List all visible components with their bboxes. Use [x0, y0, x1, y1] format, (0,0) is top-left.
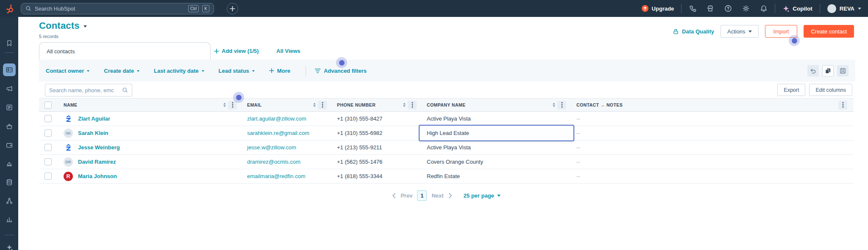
filter-last-activity-date[interactable]: Last activity date — [154, 68, 204, 74]
chevron-down-icon — [83, 25, 87, 27]
current-page-button[interactable]: 1 — [417, 190, 427, 201]
upgrade-button[interactable]: Upgrade — [641, 5, 674, 12]
create-contact-button[interactable]: Create contact — [804, 25, 854, 38]
sort-company-button[interactable] — [553, 103, 555, 107]
company-name: Covers Orange County — [427, 159, 483, 165]
user-account-menu[interactable]: REVA — [827, 4, 861, 13]
quick-add-button[interactable] — [227, 3, 238, 14]
automation-workflow-icon — [6, 197, 13, 205]
marketing-megaphone-icon — [6, 85, 13, 93]
table-row: R Maria Johnson emailmaria@redfin.com +1… — [39, 169, 854, 184]
contact-email-link[interactable]: sarahklein.re@gmail.com — [247, 130, 309, 136]
row-checkbox[interactable] — [45, 144, 52, 151]
table-search-input[interactable] — [49, 87, 120, 93]
marketplace-icon[interactable] — [707, 5, 714, 12]
contact-name-link[interactable]: Jesse Weinberg — [78, 144, 120, 151]
hubspot-sprocket-logo-icon[interactable] — [5, 4, 15, 14]
contact-name-link[interactable]: Maria Johnson — [78, 173, 117, 179]
undo-button[interactable] — [807, 65, 819, 77]
contact-name-link[interactable]: David Ramirez — [78, 159, 116, 165]
import-button[interactable]: Import — [765, 25, 798, 38]
kebab-menu-icon — [412, 102, 413, 108]
sidebar-item-bookmarks[interactable] — [6, 39, 13, 47]
column-menu-phone[interactable] — [408, 101, 417, 110]
prev-page-button[interactable]: Prev — [401, 192, 412, 199]
filter-create-date[interactable]: Create date — [104, 68, 139, 74]
copy-view-button[interactable] — [822, 65, 834, 77]
company-name: Active Playa Vista — [427, 144, 471, 151]
more-filters-button[interactable]: More — [269, 68, 290, 74]
all-views-link[interactable]: All Views — [276, 42, 300, 60]
chevron-down-icon — [748, 30, 752, 33]
sidebar-item-crm-contacts[interactable] — [3, 63, 16, 76]
chevron-right-icon[interactable] — [448, 193, 452, 198]
contact-name-link[interactable]: Zlart Aguilar — [78, 115, 110, 122]
sidebar-item-service[interactable] — [6, 160, 13, 168]
row-checkbox[interactable] — [45, 173, 52, 180]
user-name: REVA — [840, 5, 854, 12]
contact-initials-avatar: SK — [64, 129, 73, 138]
view-action-buttons — [807, 65, 849, 77]
advanced-filters-button[interactable]: Advanced filters — [314, 68, 367, 74]
actions-label: Actions — [727, 28, 746, 35]
contact-email-link[interactable]: zlart.aguilar@zillow.com — [247, 115, 306, 122]
sidebar-item-reporting[interactable] — [6, 216, 13, 223]
company-edit-input[interactable] — [427, 130, 566, 136]
sidebar-item-content[interactable] — [6, 104, 13, 111]
help-icon[interactable] — [724, 5, 732, 12]
sort-email-button[interactable] — [313, 103, 316, 107]
select-all-checkbox[interactable] — [45, 102, 52, 109]
sidebar-item-automations[interactable] — [6, 197, 13, 205]
table-options-menu[interactable] — [838, 101, 847, 110]
phone-icon[interactable] — [689, 5, 696, 12]
save-view-button[interactable] — [837, 65, 849, 77]
column-menu-email[interactable] — [318, 101, 327, 110]
sidebar-item-data[interactable] — [6, 179, 13, 186]
payments-wallet-icon — [6, 141, 13, 149]
filter-contact-owner[interactable]: Contact owner — [46, 68, 89, 74]
row-checkbox[interactable] — [45, 115, 52, 122]
copilot-button[interactable]: Copilot — [782, 5, 812, 12]
table-search-box[interactable] — [45, 84, 132, 96]
contact-email-link[interactable]: jesse.w@zillow.com — [247, 144, 296, 151]
settings-gear-icon[interactable] — [742, 5, 750, 12]
search-icon — [25, 5, 31, 11]
export-button[interactable]: Export — [777, 84, 805, 96]
sidebar-item-ai-assistant[interactable] — [6, 244, 13, 250]
commerce-basket-icon — [6, 123, 13, 130]
per-page-selector[interactable]: 25 per page — [464, 192, 501, 199]
filter-lead-status[interactable]: Lead status — [219, 68, 255, 74]
service-bell-icon — [6, 160, 13, 168]
contact-email-link[interactable]: emailmaria@redfin.com — [247, 173, 305, 179]
sidebar-item-marketing[interactable] — [6, 85, 13, 93]
chevron-left-icon[interactable] — [392, 193, 396, 198]
object-type-selector[interactable]: Contacts — [39, 20, 87, 31]
sidebar-item-payments[interactable] — [6, 141, 13, 149]
bookmark-icon — [6, 39, 13, 47]
topbar-tool-icons — [689, 5, 768, 12]
undo-icon — [810, 68, 816, 74]
actions-button[interactable]: Actions — [721, 25, 759, 38]
edit-columns-button[interactable]: Edit columns — [809, 84, 852, 96]
global-search-input[interactable] — [35, 5, 185, 12]
plus-icon — [214, 49, 219, 54]
tab-all-contacts[interactable]: All contacts — [39, 42, 211, 60]
global-search-box[interactable]: Ctrl K — [21, 3, 214, 14]
sort-phone-button[interactable] — [403, 103, 406, 107]
add-view-button[interactable]: Add view (1/5) — [214, 42, 259, 60]
row-checkbox[interactable] — [45, 129, 52, 137]
chevron-down-icon — [87, 70, 89, 72]
contact-email-link[interactable]: dramirez@ocmls.com — [247, 159, 300, 165]
table-header-row: NAME EMAIL PHONE NUMBER — [39, 98, 854, 112]
row-checkbox[interactable] — [45, 158, 52, 165]
column-menu-company[interactable] — [557, 101, 566, 110]
sidebar-item-commerce[interactable] — [6, 123, 13, 130]
sort-name-button[interactable] — [223, 103, 226, 107]
data-quality-link[interactable]: Data Quality — [673, 28, 714, 35]
next-page-button[interactable]: Next — [431, 192, 443, 199]
advanced-filters-label: Advanced filters — [324, 68, 367, 74]
upgrade-icon — [641, 5, 649, 12]
contact-name-link[interactable]: Sarah Klein — [78, 130, 108, 136]
notifications-bell-icon[interactable] — [760, 5, 768, 12]
column-menu-name[interactable] — [228, 101, 237, 110]
